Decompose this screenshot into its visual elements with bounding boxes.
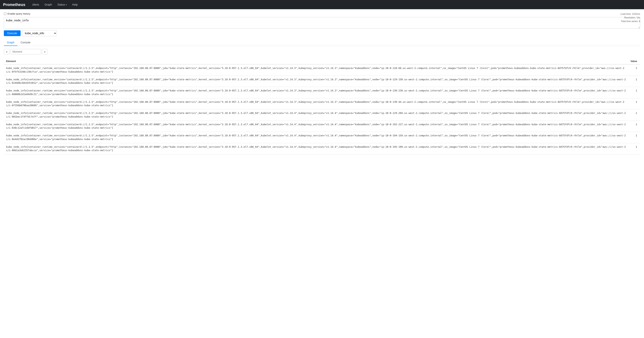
- element-cell: kube_node_info{container_runtime_version…: [4, 132, 628, 143]
- query-history-checkbox[interactable]: [4, 12, 6, 15]
- resolution: Resolution: 14s: [620, 16, 640, 19]
- table-row: kube_node_info{container_runtime_version…: [4, 110, 640, 121]
- element-cell: kube_node_info{container_runtime_version…: [4, 87, 628, 98]
- tab-graph[interactable]: Graph: [4, 39, 18, 46]
- value-cell: 1: [628, 76, 640, 87]
- value-cell: 1: [628, 87, 640, 98]
- nav-item-graph: Graph: [42, 3, 54, 6]
- total-series: Total time series: 8: [620, 19, 640, 23]
- main-content: Load time: 1032ms Resolution: 14s Total …: [0, 9, 644, 158]
- execute-row: Execute kube_node_info: [4, 30, 640, 36]
- nav-link-alerts[interactable]: Alerts: [30, 1, 42, 8]
- value-cell: 1: [628, 110, 640, 121]
- element-cell: kube_node_info{container_runtime_version…: [4, 143, 628, 155]
- query-history-label[interactable]: Enable query history: [8, 12, 30, 15]
- element-cell: kube_node_info{container_runtime_version…: [4, 64, 628, 76]
- navbar: Prometheus Alerts Graph Status ▾ Help: [0, 0, 644, 9]
- table-row: kube_node_info{container_runtime_version…: [4, 121, 640, 132]
- navbar-nav: Alerts Graph Status ▾ Help: [30, 1, 80, 8]
- time-nav-row: « »: [4, 49, 640, 54]
- chevron-down-icon: ▾: [66, 4, 67, 6]
- navbar-brand[interactable]: Prometheus: [3, 2, 26, 7]
- metric-select[interactable]: kube_node_info: [22, 30, 57, 36]
- element-cell: kube_node_info{container_runtime_version…: [4, 121, 628, 132]
- table-row: kube_node_info{container_runtime_version…: [4, 143, 640, 155]
- query-row: [4, 17, 640, 29]
- element-cell: kube_node_info{container_runtime_version…: [4, 110, 628, 121]
- element-cell: kube_node_info{container_runtime_version…: [4, 98, 628, 110]
- nav-link-help[interactable]: Help: [70, 1, 80, 8]
- time-back-button[interactable]: «: [4, 49, 10, 54]
- tab-console[interactable]: Console: [18, 39, 34, 46]
- nav-item-alerts: Alerts: [30, 3, 42, 6]
- nav-item-status: Status ▾: [55, 1, 69, 8]
- table-row: kube_node_info{container_runtime_version…: [4, 76, 640, 87]
- query-textarea[interactable]: [4, 17, 640, 29]
- tabs: Graph Console: [4, 39, 640, 46]
- results-table: Element Value kube_node_info{container_r…: [4, 58, 640, 155]
- nav-link-status[interactable]: Status ▾: [55, 1, 69, 8]
- table-body: kube_node_info{container_runtime_version…: [4, 64, 640, 155]
- nav-link-graph[interactable]: Graph: [42, 1, 54, 8]
- value-cell: 1: [628, 98, 640, 110]
- nav-item-help: Help: [70, 3, 80, 6]
- table-row: kube_node_info{container_runtime_version…: [4, 87, 640, 98]
- time-forward-button[interactable]: »: [42, 49, 48, 54]
- query-history-row: Enable query history: [4, 12, 640, 15]
- element-cell: kube_node_info{container_runtime_version…: [4, 76, 628, 87]
- col-element: Element: [4, 58, 628, 64]
- value-cell: 1: [628, 143, 640, 155]
- moment-input[interactable]: [10, 49, 41, 54]
- value-cell: 1: [628, 121, 640, 132]
- load-info: Load time: 1032ms Resolution: 14s Total …: [620, 12, 640, 23]
- table-row: kube_node_info{container_runtime_version…: [4, 64, 640, 76]
- load-time: Load time: 1032ms: [620, 12, 640, 16]
- col-value: Value: [628, 58, 640, 64]
- value-cell: 1: [628, 132, 640, 143]
- table-row: kube_node_info{container_runtime_version…: [4, 98, 640, 110]
- table-header: Element Value: [4, 58, 640, 64]
- execute-button[interactable]: Execute: [4, 30, 20, 36]
- value-cell: 1: [628, 64, 640, 76]
- table-row: kube_node_info{container_runtime_version…: [4, 132, 640, 143]
